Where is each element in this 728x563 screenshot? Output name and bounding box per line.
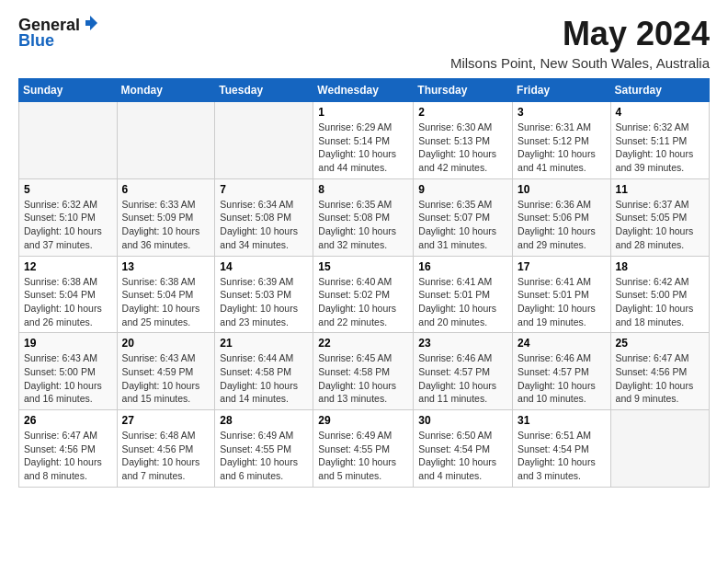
calendar-cell: 5Sunrise: 6:32 AM Sunset: 5:10 PM Daylig… [19,178,118,256]
weekday-tuesday: Tuesday [215,79,313,102]
weekday-header-row: SundayMondayTuesdayWednesdayThursdayFrid… [19,79,710,102]
day-info: Sunrise: 6:34 AM Sunset: 5:08 PM Dayligh… [220,198,308,252]
calendar-cell: 8Sunrise: 6:35 AM Sunset: 5:08 PM Daylig… [313,178,414,256]
day-info: Sunrise: 6:50 AM Sunset: 4:54 PM Dayligh… [418,429,507,483]
calendar-week-3: 12Sunrise: 6:38 AM Sunset: 5:04 PM Dayli… [19,256,710,333]
logo-blue: Blue [18,31,54,51]
weekday-wednesday: Wednesday [313,79,414,102]
day-info: Sunrise: 6:35 AM Sunset: 5:07 PM Dayligh… [418,198,507,252]
day-info: Sunrise: 6:38 AM Sunset: 5:04 PM Dayligh… [24,275,112,329]
calendar-cell: 26Sunrise: 6:47 AM Sunset: 4:56 PM Dayli… [19,410,118,488]
day-info: Sunrise: 6:46 AM Sunset: 4:57 PM Dayligh… [418,351,507,406]
day-info: Sunrise: 6:47 AM Sunset: 4:56 PM Dayligh… [24,429,112,483]
calendar-cell: 19Sunrise: 6:43 AM Sunset: 5:00 PM Dayli… [19,333,118,410]
day-info: Sunrise: 6:35 AM Sunset: 5:08 PM Dayligh… [318,198,408,252]
day-info: Sunrise: 6:43 AM Sunset: 4:59 PM Dayligh… [122,351,210,406]
weekday-sunday: Sunday [19,79,118,102]
page-header: General Blue May 2024 Milsons Point, New… [18,15,710,71]
day-number: 3 [518,106,606,119]
calendar-week-4: 19Sunrise: 6:43 AM Sunset: 5:00 PM Dayli… [19,333,710,410]
day-number: 2 [418,106,507,119]
logo: General Blue [18,15,98,51]
calendar-cell: 25Sunrise: 6:47 AM Sunset: 4:56 PM Dayli… [610,333,709,410]
day-info: Sunrise: 6:36 AM Sunset: 5:06 PM Dayligh… [518,198,606,252]
location: Milsons Point, New South Wales, Australi… [450,55,710,71]
logo-icon [82,15,98,35]
day-info: Sunrise: 6:41 AM Sunset: 5:01 PM Dayligh… [418,275,507,329]
calendar-cell: 24Sunrise: 6:46 AM Sunset: 4:57 PM Dayli… [513,333,611,410]
day-number: 1 [318,106,408,119]
day-info: Sunrise: 6:31 AM Sunset: 5:12 PM Dayligh… [518,121,606,175]
day-info: Sunrise: 6:45 AM Sunset: 4:58 PM Dayligh… [318,351,408,406]
day-info: Sunrise: 6:41 AM Sunset: 5:01 PM Dayligh… [518,275,606,329]
day-number: 5 [24,183,112,196]
calendar-cell: 13Sunrise: 6:38 AM Sunset: 5:04 PM Dayli… [117,256,215,333]
day-info: Sunrise: 6:46 AM Sunset: 4:57 PM Dayligh… [518,351,606,406]
calendar-cell: 30Sunrise: 6:50 AM Sunset: 4:54 PM Dayli… [414,410,513,488]
day-number: 23 [418,337,507,350]
day-number: 8 [318,183,408,196]
day-info: Sunrise: 6:32 AM Sunset: 5:10 PM Dayligh… [24,198,112,252]
weekday-friday: Friday [513,79,611,102]
calendar-cell: 22Sunrise: 6:45 AM Sunset: 4:58 PM Dayli… [313,333,414,410]
calendar-cell: 15Sunrise: 6:40 AM Sunset: 5:02 PM Dayli… [313,256,414,333]
day-number: 16 [418,260,507,273]
calendar-cell: 28Sunrise: 6:49 AM Sunset: 4:55 PM Dayli… [215,410,313,488]
calendar-cell: 21Sunrise: 6:44 AM Sunset: 4:58 PM Dayli… [215,333,313,410]
calendar-cell: 16Sunrise: 6:41 AM Sunset: 5:01 PM Dayli… [414,256,513,333]
calendar-week-2: 5Sunrise: 6:32 AM Sunset: 5:10 PM Daylig… [19,178,710,256]
calendar-cell: 11Sunrise: 6:37 AM Sunset: 5:05 PM Dayli… [610,178,709,256]
day-number: 19 [24,337,112,350]
calendar-cell [610,410,709,488]
calendar-cell: 9Sunrise: 6:35 AM Sunset: 5:07 PM Daylig… [414,178,513,256]
day-number: 9 [418,183,507,196]
calendar-cell: 14Sunrise: 6:39 AM Sunset: 5:03 PM Dayli… [215,256,313,333]
weekday-saturday: Saturday [610,79,709,102]
day-info: Sunrise: 6:48 AM Sunset: 4:56 PM Dayligh… [122,429,210,483]
calendar-cell: 4Sunrise: 6:32 AM Sunset: 5:11 PM Daylig… [610,102,709,179]
day-number: 24 [518,337,606,350]
day-info: Sunrise: 6:44 AM Sunset: 4:58 PM Dayligh… [220,351,308,406]
day-number: 14 [220,260,308,273]
calendar-cell: 17Sunrise: 6:41 AM Sunset: 5:01 PM Dayli… [513,256,611,333]
day-number: 11 [616,183,704,196]
day-number: 15 [318,260,408,273]
calendar-cell [117,102,215,179]
day-info: Sunrise: 6:29 AM Sunset: 5:14 PM Dayligh… [318,121,408,175]
calendar-cell: 3Sunrise: 6:31 AM Sunset: 5:12 PM Daylig… [513,102,611,179]
weekday-thursday: Thursday [414,79,513,102]
day-number: 28 [220,414,308,427]
calendar-cell: 18Sunrise: 6:42 AM Sunset: 5:00 PM Dayli… [610,256,709,333]
day-info: Sunrise: 6:47 AM Sunset: 4:56 PM Dayligh… [616,351,704,406]
day-number: 22 [318,337,408,350]
day-info: Sunrise: 6:42 AM Sunset: 5:00 PM Dayligh… [616,275,704,329]
calendar-cell: 29Sunrise: 6:49 AM Sunset: 4:55 PM Dayli… [313,410,414,488]
weekday-monday: Monday [117,79,215,102]
day-number: 29 [318,414,408,427]
day-number: 13 [122,260,210,273]
day-info: Sunrise: 6:40 AM Sunset: 5:02 PM Dayligh… [318,275,408,329]
calendar-cell: 1Sunrise: 6:29 AM Sunset: 5:14 PM Daylig… [313,102,414,179]
day-number: 31 [518,414,606,427]
calendar-cell: 12Sunrise: 6:38 AM Sunset: 5:04 PM Dayli… [19,256,118,333]
day-info: Sunrise: 6:38 AM Sunset: 5:04 PM Dayligh… [122,275,210,329]
calendar-cell: 10Sunrise: 6:36 AM Sunset: 5:06 PM Dayli… [513,178,611,256]
calendar-cell [19,102,118,179]
calendar-cell: 23Sunrise: 6:46 AM Sunset: 4:57 PM Dayli… [414,333,513,410]
day-info: Sunrise: 6:39 AM Sunset: 5:03 PM Dayligh… [220,275,308,329]
calendar-cell: 27Sunrise: 6:48 AM Sunset: 4:56 PM Dayli… [117,410,215,488]
day-info: Sunrise: 6:33 AM Sunset: 5:09 PM Dayligh… [122,198,210,252]
calendar-week-5: 26Sunrise: 6:47 AM Sunset: 4:56 PM Dayli… [19,410,710,488]
day-info: Sunrise: 6:30 AM Sunset: 5:13 PM Dayligh… [418,121,507,175]
day-number: 17 [518,260,606,273]
day-number: 26 [24,414,112,427]
day-number: 27 [122,414,210,427]
day-number: 10 [518,183,606,196]
day-number: 6 [122,183,210,196]
day-info: Sunrise: 6:49 AM Sunset: 4:55 PM Dayligh… [220,429,308,483]
calendar-cell: 6Sunrise: 6:33 AM Sunset: 5:09 PM Daylig… [117,178,215,256]
day-number: 25 [616,337,704,350]
month-title: May 2024 [450,15,710,53]
day-info: Sunrise: 6:43 AM Sunset: 5:00 PM Dayligh… [24,351,112,406]
day-info: Sunrise: 6:51 AM Sunset: 4:54 PM Dayligh… [518,429,606,483]
